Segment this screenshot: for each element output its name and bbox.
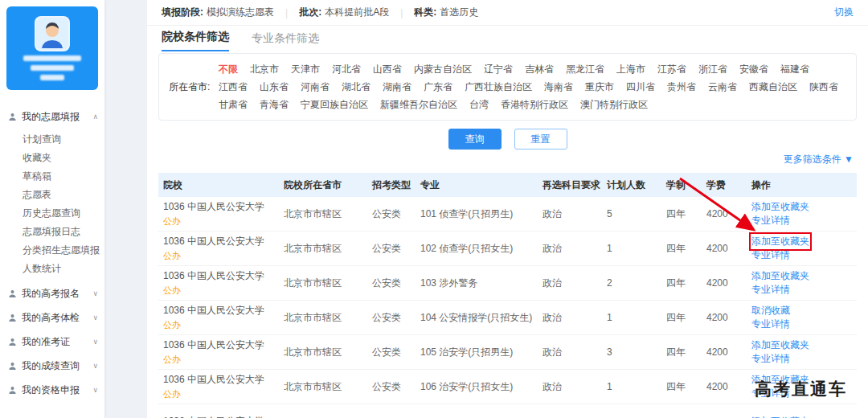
- batch-value: 本科提前批A段: [325, 6, 389, 19]
- province-option[interactable]: 天津市: [291, 60, 320, 78]
- favorite-action-link[interactable]: 添加至收藏夹: [751, 200, 809, 214]
- query-button[interactable]: 查询: [448, 129, 502, 150]
- province-option[interactable]: 浙江省: [698, 60, 727, 78]
- sidebar-section[interactable]: 我的高考报名 ∨: [0, 281, 104, 305]
- favorite-action-link[interactable]: 添加至收藏夹: [751, 269, 809, 283]
- province-option[interactable]: 重庆市: [585, 78, 614, 96]
- province-option[interactable]: 湖南省: [383, 78, 411, 96]
- favorite-action-link[interactable]: 添加至收藏夹: [751, 235, 809, 248]
- sidebar-section[interactable]: 我的准考证 ∨: [0, 330, 104, 354]
- province-option[interactable]: 吉林省: [525, 60, 554, 78]
- tuition-fee: 4200: [702, 378, 747, 395]
- tab-college-filter[interactable]: 院校条件筛选: [162, 30, 229, 51]
- province-option[interactable]: 湖北省: [342, 78, 371, 96]
- province-option[interactable]: 上海市: [616, 60, 645, 78]
- row-actions: 添加至收藏夹 专业详情: [747, 197, 857, 231]
- province-option[interactable]: 海南省: [544, 78, 573, 96]
- table-header-row: 院校 院校所在省市 招考类型 专业 再选科目要求 计划人数 学制 学费: [158, 173, 857, 197]
- province-option[interactable]: 宁夏回族自治区: [301, 96, 368, 113]
- province-option[interactable]: 江西省: [219, 78, 248, 96]
- province-option[interactable]: 内蒙古自治区: [414, 60, 472, 78]
- college-province: 北京市市辖区: [279, 273, 367, 293]
- user-name-redacted: [23, 55, 81, 61]
- user-avatar: [35, 16, 70, 51]
- plan-count: 1: [602, 240, 661, 257]
- province-option[interactable]: 新疆维吾尔自治区: [380, 96, 457, 113]
- province-option[interactable]: 辽宁省: [484, 60, 513, 78]
- sidebar-item-my-applications[interactable]: 我的志愿填报 ∧: [0, 104, 104, 129]
- province-option[interactable]: 澳门特别行政区: [580, 96, 648, 113]
- favorite-action-link[interactable]: 取消收藏: [751, 304, 790, 318]
- study-years: 四年: [661, 273, 702, 293]
- province-option[interactable]: 黑龙江省: [566, 60, 604, 78]
- more-filters-link[interactable]: 更多筛选条件 ▼: [784, 153, 854, 166]
- tuition-fee: 4200: [702, 240, 747, 257]
- province-option[interactable]: 台湾: [469, 96, 489, 113]
- switch-link[interactable]: 切换: [834, 6, 854, 19]
- province-option[interactable]: 香港特别行政区: [501, 96, 568, 113]
- province-option[interactable]: 江苏省: [657, 60, 686, 78]
- subject-requirement: 政治: [538, 239, 602, 259]
- table-row: 1036 中国人民公安大学 添加至收藏夹: [158, 404, 857, 418]
- sidebar-subitem[interactable]: 历史志愿查询: [0, 204, 104, 223]
- sidebar-section[interactable]: 我的成绩查询 ∨: [0, 354, 104, 378]
- province-option[interactable]: 安徽省: [739, 60, 768, 78]
- province-option[interactable]: 陕西省: [809, 78, 838, 96]
- recruit-type: 公安类: [367, 308, 416, 328]
- province-options: 不限 北京市 天津市 河北省 山西省 内蒙古自治区 辽宁省: [219, 60, 846, 113]
- subject-requirement: 政治: [538, 342, 602, 363]
- college-name: 1036 中国人民公安大学: [163, 269, 274, 283]
- province-option[interactable]: 北京市: [250, 60, 279, 78]
- province-option[interactable]: 甘肃省: [219, 96, 248, 113]
- province-option[interactable]: 贵州省: [667, 78, 696, 96]
- province-option[interactable]: 河北省: [332, 60, 361, 78]
- province-filter-label: 所在省市:: [169, 60, 219, 113]
- sidebar-subitem[interactable]: 志愿表: [0, 186, 104, 204]
- study-years: 四年: [661, 239, 702, 259]
- sidebar-section-label: 我的资格申报: [22, 383, 80, 397]
- province-option[interactable]: 福建省: [780, 60, 809, 78]
- major-detail-link[interactable]: 专业详情: [751, 283, 790, 297]
- subject-requirement: 政治: [538, 204, 602, 224]
- college-type-badge: 公办: [163, 250, 274, 262]
- chevron-down-icon: ∨: [92, 289, 98, 297]
- column-header: 院校所在省市: [279, 173, 367, 197]
- college-type-badge: 公办: [163, 215, 274, 227]
- user-info-redacted: [40, 75, 64, 80]
- sidebar-subitem[interactable]: 分类招生志愿填报人数统计: [0, 241, 104, 278]
- favorite-action-link[interactable]: 添加至收藏夹: [751, 338, 809, 352]
- context-bar: 填报阶段: 模拟演练志愿表 | 批次: 本科提前批A段 | 科类: 首选历史 切…: [147, 0, 868, 26]
- college-name: 1036 中国人民公安大学: [163, 304, 274, 318]
- major-detail-link[interactable]: 专业详情: [751, 214, 790, 227]
- province-option[interactable]: 山西省: [373, 60, 402, 78]
- province-option[interactable]: 四川省: [626, 78, 655, 96]
- row-actions: 添加至收藏夹 专业详情: [747, 335, 857, 369]
- province-option[interactable]: 青海省: [260, 96, 289, 113]
- sidebar-subitem[interactable]: 志愿填报日志: [0, 223, 104, 241]
- stage-value: 模拟演练志愿表: [207, 6, 274, 19]
- sidebar-section[interactable]: 我的资格申报 ∨: [0, 378, 104, 402]
- sidebar-subitem[interactable]: 草稿箱: [0, 167, 104, 186]
- province-option[interactable]: 广西壮族自治区: [465, 78, 532, 96]
- stage-label: 填报阶段:: [162, 6, 203, 19]
- province-option[interactable]: 西藏自治区: [749, 78, 797, 96]
- sidebar-subitem[interactable]: 收藏夹: [0, 149, 104, 167]
- sidebar-subitem[interactable]: 计划查询: [0, 130, 104, 149]
- tab-major-filter[interactable]: 专业条件筛选: [252, 31, 319, 51]
- province-option[interactable]: 云南省: [708, 78, 737, 96]
- province-option[interactable]: 广东省: [424, 78, 452, 96]
- watermark-text: 高考直通车: [755, 378, 847, 400]
- major-detail-link[interactable]: 专业详情: [751, 352, 790, 366]
- province-option[interactable]: 河南省: [301, 78, 330, 96]
- favorite-action-link[interactable]: 添加至收藏夹: [751, 415, 809, 418]
- college-type-badge: 公办: [163, 319, 274, 331]
- college-cell: 1036 中国人民公安大学 公办: [158, 370, 279, 404]
- column-header: 学费: [702, 173, 747, 197]
- reset-button[interactable]: 重置: [514, 129, 567, 150]
- major-detail-link[interactable]: 专业详情: [751, 318, 790, 331]
- sidebar-section[interactable]: 我的高考体检 ∨: [0, 305, 104, 330]
- province-option-any[interactable]: 不限: [219, 60, 238, 78]
- column-header: 院校: [158, 173, 279, 197]
- major-detail-link[interactable]: 专业详情: [751, 248, 790, 262]
- province-option[interactable]: 山东省: [260, 78, 289, 96]
